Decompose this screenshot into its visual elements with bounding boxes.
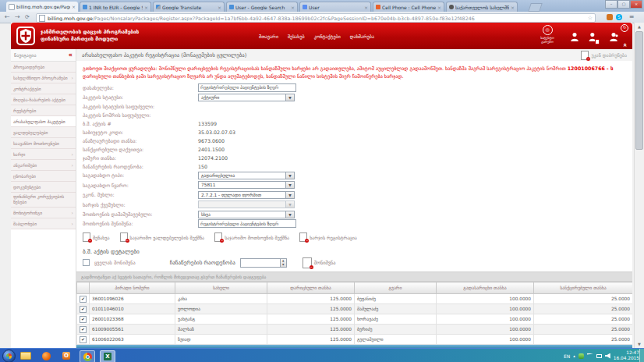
register-expense-button[interactable]: ხარჯის რეგისტრაცია: [299, 232, 357, 242]
close-icon[interactable]: ×: [437, 5, 441, 10]
payment-type-select[interactable]: გადარიცხულია▼: [198, 172, 295, 179]
close-icon[interactable]: ×: [72, 4, 76, 9]
network-icon[interactable]: [596, 354, 602, 358]
close-icon[interactable]: ×: [364, 5, 368, 10]
firefox-taskbar-button[interactable]: [39, 350, 53, 361]
records-count-stepper[interactable]: ▲▼: [240, 258, 287, 268]
extension-icon[interactable]: [607, 14, 613, 20]
column-header-personal-id[interactable]: პირადი ნომერი: [90, 282, 175, 294]
row-checkbox[interactable]: ✔: [80, 316, 87, 323]
save-button[interactable]: შენახვა: [83, 232, 110, 242]
user-icon[interactable]: [570, 30, 579, 44]
url-input[interactable]: billing.moh.gov.ge/Pages/NonsalaryPackag…: [36, 13, 596, 23]
econ-article-select[interactable]: 2.7.2.1 - ფულადი ფორმით▼: [198, 191, 295, 199]
close-icon[interactable]: ×: [144, 5, 148, 10]
nav-home[interactable]: მთავარი: [259, 34, 278, 39]
table-row[interactable]: ✔ 36001096026 კახა 125.0000 ბეჟანიძე 100…: [77, 294, 633, 304]
chevron-up-icon[interactable]: «: [621, 43, 628, 47]
sidebar-item-financial-correction-rules[interactable]: ფინანსური კორექციების წესები: [11, 193, 76, 208]
tab-inr-eur[interactable]: 1 INR to EUR - Google Se... ×: [80, 2, 151, 12]
sidebar-item-acceptance-acts[interactable]: მიღება-ჩაბარების აქტები: [11, 94, 76, 105]
sidebar-item-monitoring[interactable]: მონიტორინგი›: [11, 208, 76, 218]
column-header-transfer[interactable]: გადასარიცხი თანხა: [437, 282, 534, 294]
package-status-select[interactable]: აქტიური▼: [198, 94, 295, 101]
tab-user[interactable]: User ×: [299, 2, 371, 12]
sidebar-item-expense[interactable]: ხარჯი›: [11, 149, 76, 160]
sidebar-item-state-programs[interactable]: სახელმწიფო პროგრამები›: [11, 73, 76, 83]
sidebar-item-reports[interactable]: ანგარიშები›: [11, 160, 76, 171]
flag-icon[interactable]: [587, 353, 593, 359]
tab-billing[interactable]: billing.moh.gov.ge/Page... ×: [6, 2, 78, 12]
scroll-down-icon[interactable]: ▼: [635, 342, 644, 346]
skype-icon[interactable]: S: [616, 14, 622, 20]
sidebar-item-contracts[interactable]: კონტრაქტები: [11, 83, 76, 94]
bookmark-star-icon[interactable]: ☆: [588, 15, 593, 21]
create-penalty-request-button[interactable]: საჯარიმო მოთხოვნის შექმნა: [214, 232, 289, 242]
sidebar-item-dictionaries[interactable]: ცნობარები: [11, 171, 76, 182]
row-checkbox[interactable]: ✔: [80, 296, 87, 303]
show-desktop-button[interactable]: [639, 349, 644, 362]
tab-government-site[interactable]: საქართველოს სახელმწ... ×: [446, 2, 518, 12]
nav-contacts[interactable]: კონტაქტები: [314, 34, 341, 39]
tab-cell-phones[interactable]: Cell Phone : Cell Phones : ×: [373, 2, 444, 12]
start-button[interactable]: [2, 350, 16, 362]
outlook-taskbar-button[interactable]: O: [59, 350, 73, 361]
back-icon[interactable]: ←: [5, 12, 10, 22]
menu-icon[interactable]: ≡: [628, 14, 635, 20]
excel-taskbar-button[interactable]: X: [100, 350, 115, 362]
create-penalty-obligation-button[interactable]: საჯარიმო ვალდებულების შექმნა: [120, 232, 205, 242]
close-icon[interactable]: ×: [291, 5, 295, 10]
explorer-taskbar-button[interactable]: [19, 350, 33, 361]
row-checkbox[interactable]: ✔: [80, 306, 87, 313]
refresh-icon[interactable]: ⟳: [25, 12, 30, 22]
sidebar-item-registers[interactable]: რეესტრები: [11, 105, 76, 116]
nav-about[interactable]: შესახებ: [288, 34, 305, 39]
stepper-buttons[interactable]: ▲▼: [280, 259, 286, 267]
records-count-input[interactable]: [241, 259, 280, 267]
spin-down-icon[interactable]: ▼: [281, 263, 286, 267]
collapse-sidebar-icon[interactable]: «: [69, 52, 73, 59]
scroll-up-icon[interactable]: ▲: [635, 24, 644, 29]
mark-button[interactable]: მონიშვნა: [303, 257, 336, 268]
user-profile-icon[interactable]: [589, 30, 598, 44]
row-checkbox[interactable]: ✔: [80, 336, 87, 343]
sidebar-item-providers[interactable]: პროვაიდერები: [11, 62, 76, 73]
name-input[interactable]: [198, 83, 296, 92]
minimize-button[interactable]: –: [605, 0, 617, 9]
sidebar-item-advance-requests[interactable]: საავანსო მოთხოვნები: [11, 138, 76, 149]
sidebar-item-templates[interactable]: შაბლონები›: [11, 218, 76, 229]
table-row[interactable]: ✔ 61006022063 ზვიად 125.0000 გელაშვილი 1…: [77, 335, 633, 345]
chrome-taskbar-button[interactable]: [80, 350, 95, 362]
users-group-icon[interactable]: [609, 30, 618, 44]
table-row[interactable]: ✔ 26001023368 ვახტანგ 125.0000 ხორავაძე …: [77, 314, 633, 325]
close-window-button[interactable]: ×: [630, 0, 642, 9]
row-checkbox[interactable]: ✔: [80, 326, 87, 333]
session-refresh-icon[interactable]: ↻: [621, 24, 628, 32]
table-row[interactable]: ✔ 01011046010 ვოლოდია 125.0000 მამულაძე …: [77, 304, 633, 314]
column-header-accrued[interactable]: დარიცხული თანხა: [267, 282, 355, 294]
new-tab-button[interactable]: [528, 3, 543, 12]
sidebar-item-obligations[interactable]: ვალდებულებები: [11, 127, 76, 138]
column-header-name[interactable]: სახელი: [175, 282, 267, 294]
language-indicator[interactable]: EN: [564, 353, 570, 359]
tab-google-translate[interactable]: Google Translate ×: [153, 2, 225, 12]
column-header-surname[interactable]: გვარი: [355, 282, 437, 294]
tab-user-search[interactable]: User - Google Search ×: [226, 2, 298, 12]
nav-help[interactable]: დახმარება: [350, 34, 374, 39]
back-link[interactable]: უკან დაბრუნება: [581, 51, 627, 60]
scrollbar-thumb[interactable]: [635, 31, 643, 150]
close-icon[interactable]: ×: [218, 5, 221, 10]
forward-icon[interactable]: →: [15, 12, 20, 22]
action-center-icon[interactable]: [579, 353, 584, 359]
sidebar-item-documents[interactable]: დოკუმენტები: [11, 182, 76, 193]
close-icon[interactable]: ×: [511, 5, 515, 10]
tray-expand-icon[interactable]: ▴: [573, 353, 575, 358]
request-processor-select[interactable]: სხვა▼: [198, 211, 295, 218]
volume-icon[interactable]: [605, 353, 610, 359]
select-all-checkbox[interactable]: [83, 259, 90, 266]
table-row[interactable]: ✔ 61009005561 მალხაზ 125.0000 ბერიძე 100…: [77, 325, 633, 335]
request-note-input[interactable]: [198, 219, 296, 228]
payment-source-select[interactable]: 75811▼: [198, 181, 295, 189]
vertical-scrollbar[interactable]: ▲ ▼: [634, 23, 644, 348]
column-header-sanctioned[interactable]: სანქცირებული თანხა: [534, 282, 633, 294]
